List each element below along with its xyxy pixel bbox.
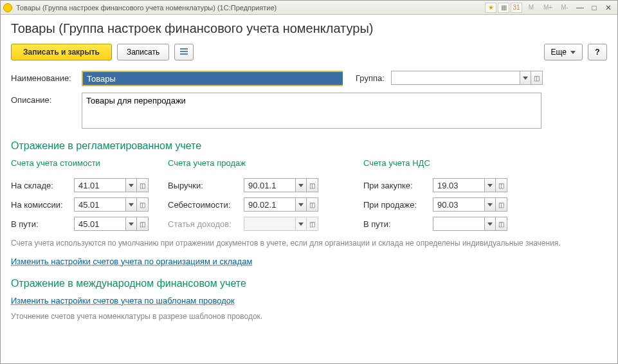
revenue-label: Выручки: — [168, 181, 239, 190]
cost-field: 90.02.1 ◫ — [244, 197, 318, 212]
save-and-close-button[interactable]: Записать и закрыть — [11, 44, 112, 60]
in-transit-cost-field: 45.01 ◫ — [74, 217, 149, 231]
dropdown-button[interactable] — [484, 217, 496, 231]
open-icon: ◫ — [498, 201, 504, 208]
dropdown-button[interactable] — [125, 217, 137, 231]
cost-accounts-column: Счета учета стоимости На складе: 41.01 ◫… — [11, 158, 149, 231]
open-button[interactable]: ◫ — [496, 178, 507, 192]
edit-org-warehouse-link[interactable]: Изменить настройки счетов учета по орган… — [11, 257, 252, 266]
in-stock-field: 41.01 ◫ — [74, 178, 149, 192]
open-icon: ◫ — [140, 221, 145, 228]
titlebar: Товары (Группа настроек финансового учет… — [1, 1, 617, 15]
chevron-down-icon — [487, 203, 493, 206]
dropdown-button[interactable] — [295, 197, 307, 212]
help-button[interactable]: ? — [588, 44, 607, 60]
open-icon: ◫ — [534, 75, 540, 82]
calendar-icon[interactable]: 31 — [511, 3, 522, 13]
on-commission-value[interactable]: 45.01 — [74, 197, 125, 212]
open-icon: ◫ — [140, 182, 145, 189]
vat-sale-label: При продаже: — [363, 200, 428, 210]
open-button: ◫ — [307, 217, 318, 231]
vat-purchase-field: 19.03 ◫ — [433, 178, 507, 192]
name-label: Наименование: — [11, 71, 75, 83]
list-button[interactable] — [174, 44, 194, 60]
dropdown-button[interactable] — [484, 178, 496, 192]
open-button[interactable]: ◫ — [307, 197, 318, 212]
in-stock-label: На складе: — [11, 181, 69, 190]
revenue-field: 90.01.1 ◫ — [244, 178, 318, 192]
maximize-button[interactable]: □ — [588, 3, 601, 13]
accounts-columns: Счета учета стоимости На складе: 41.01 ◫… — [11, 158, 607, 231]
edit-templates-link[interactable]: Изменить настройки счетов учета по шабло… — [11, 296, 235, 305]
group-value[interactable] — [391, 71, 520, 85]
income-item-value — [244, 217, 295, 231]
open-icon: ◫ — [498, 182, 504, 189]
group-dropdown-button[interactable] — [520, 71, 531, 85]
income-item-field: ◫ — [244, 217, 318, 231]
cost-label: Себестоимости: — [168, 200, 239, 210]
description-input[interactable] — [82, 93, 541, 129]
list-icon — [180, 48, 188, 56]
regulated-hint: Счета учета используются по умолчанию пр… — [11, 237, 607, 249]
in-transit-cost-label: В пути: — [11, 219, 69, 229]
memory-m: M — [523, 3, 539, 13]
close-button[interactable]: ✕ — [602, 3, 615, 13]
group-field: ◫ — [391, 71, 543, 85]
open-icon: ◫ — [309, 182, 315, 189]
dropdown-button[interactable] — [125, 178, 137, 192]
in-stock-value[interactable]: 41.01 — [74, 178, 125, 192]
chevron-down-icon — [487, 223, 493, 226]
app-icon — [3, 3, 12, 12]
window: Товары (Группа настроек финансового учет… — [0, 0, 618, 364]
sales-accounts-title: Счета учета продаж — [168, 158, 318, 168]
open-button[interactable]: ◫ — [307, 178, 318, 192]
calculator-icon[interactable]: ▦ — [498, 3, 509, 13]
chevron-down-icon — [570, 51, 576, 54]
description-label: Описание: — [11, 93, 75, 105]
open-icon: ◫ — [498, 221, 504, 228]
more-button[interactable]: Еще — [544, 44, 583, 60]
open-button[interactable]: ◫ — [137, 197, 149, 212]
open-button[interactable]: ◫ — [137, 178, 149, 192]
dropdown-button — [295, 217, 307, 231]
window-title: Товары (Группа настроек финансового учет… — [16, 4, 485, 12]
chevron-down-icon — [129, 223, 134, 226]
vat-sale-field: 90.03 ◫ — [433, 197, 507, 212]
more-label: Еще — [551, 48, 567, 57]
vat-sale-value[interactable]: 90.03 — [433, 197, 484, 212]
ifrs-footnote: Уточнение счетов учета номенклатуры в ра… — [11, 312, 607, 321]
open-icon: ◫ — [309, 201, 315, 208]
save-button[interactable]: Записать — [117, 44, 169, 60]
titlebar-actions: ★ ▦ 31 M M+ M- — □ ✕ — [485, 3, 615, 13]
cost-value[interactable]: 90.02.1 — [244, 197, 295, 212]
chevron-down-icon — [129, 184, 134, 187]
open-icon: ◫ — [309, 221, 315, 228]
vat-accounts-column: Счета учета НДС При закупке: 19.03 ◫ При… — [363, 158, 507, 231]
chevron-down-icon — [129, 203, 134, 206]
toolbar: Записать и закрыть Записать Еще ? — [11, 44, 607, 60]
content-area: Товары (Группа настроек финансового учет… — [1, 15, 617, 331]
open-button[interactable]: ◫ — [496, 217, 507, 231]
vat-in-transit-field: ◫ — [433, 217, 507, 231]
dropdown-button[interactable] — [125, 197, 137, 212]
open-button[interactable]: ◫ — [137, 217, 149, 231]
memory-mminus: M- — [557, 3, 572, 13]
on-commission-field: 45.01 ◫ — [74, 197, 149, 212]
chevron-down-icon — [487, 184, 493, 187]
minimize-button[interactable]: — — [574, 3, 586, 13]
name-input[interactable] — [83, 72, 343, 85]
group-label: Группа: — [356, 71, 385, 83]
revenue-value[interactable]: 90.01.1 — [244, 178, 295, 192]
ifrs-section-title: Отражение в международном финансовом уче… — [11, 278, 607, 289]
group-open-button[interactable]: ◫ — [531, 71, 543, 85]
in-transit-cost-value[interactable]: 45.01 — [74, 217, 125, 231]
dropdown-button[interactable] — [484, 197, 496, 212]
chevron-down-icon — [298, 223, 304, 226]
open-button[interactable]: ◫ — [496, 197, 507, 212]
vat-purchase-value[interactable]: 19.03 — [433, 178, 484, 192]
dropdown-button[interactable] — [295, 178, 307, 192]
vat-in-transit-value[interactable] — [433, 217, 484, 231]
chevron-down-icon — [298, 203, 304, 206]
favorite-icon[interactable]: ★ — [485, 3, 496, 13]
vat-purchase-label: При закупке: — [363, 181, 428, 190]
